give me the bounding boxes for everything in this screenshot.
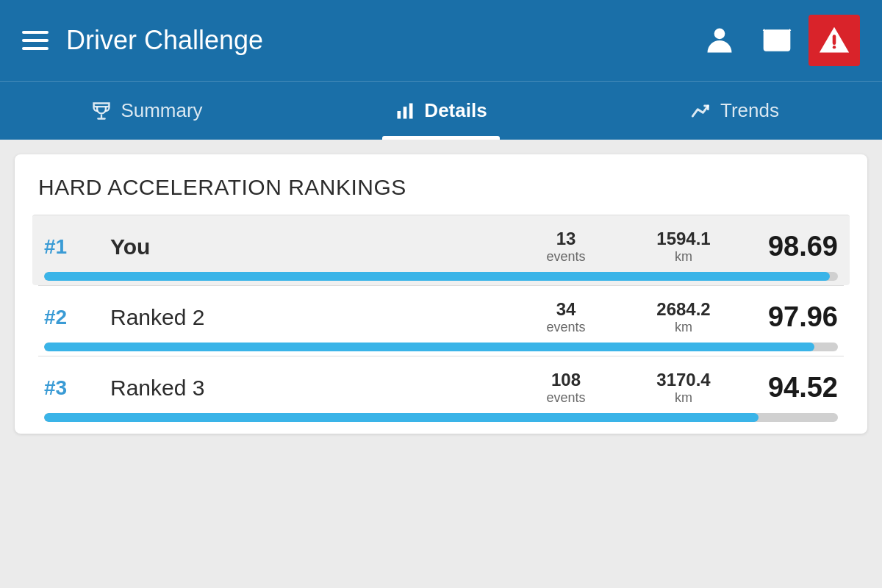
bar-chart-icon [395,101,415,121]
rank-2-events: 34 events [507,299,625,335]
menu-button[interactable] [22,31,49,50]
tab-trends-label: Trends [720,99,779,122]
page-title: Driver Challenge [66,25,694,56]
tab-trends[interactable]: Trends [588,82,882,140]
trophy-icon [91,101,112,121]
rank-1-score: 98.69 [742,231,838,262]
message-button[interactable] [751,15,803,66]
rank-2-name: Ranked 2 [110,305,507,330]
tab-summary-label: Summary [121,99,202,122]
tab-summary[interactable]: Summary [0,82,294,140]
svg-point-0 [714,29,725,40]
svg-rect-5 [409,103,413,118]
header: Driver Challenge [0,0,882,81]
rank-3-score: 94.52 [742,372,838,404]
profile-button[interactable] [694,15,745,66]
rank-2-progress-bar [44,343,838,351]
rank-1-name: You [110,234,507,259]
profile-icon [703,24,736,57]
ranking-item-2[interactable]: #2 Ranked 2 34 events 2684.2 km 97.96 [38,285,844,356]
ranking-list: #1 You 13 events 1594.1 km 98.69 [38,215,844,426]
rank-3-number: #3 [44,376,110,400]
rank-2-progress-fill [44,343,814,351]
rank-1-progress-fill [44,272,830,281]
ranking-item-3[interactable]: #3 Ranked 3 108 events 3170.4 km 94.52 [38,356,844,426]
alert-button[interactable] [808,15,860,66]
svg-rect-4 [404,107,407,118]
main-content: HARD ACCELERATION RANKINGS #1 You 13 eve… [0,140,882,588]
rank-3-events: 108 events [507,370,625,406]
rank-3-name: Ranked 3 [110,376,507,401]
rankings-card: HARD ACCELERATION RANKINGS #1 You 13 eve… [15,154,867,434]
rank-3-progress-fill [44,413,759,422]
rank-2-number: #2 [44,306,110,329]
alert-icon [818,24,850,57]
rank-1-number: #1 [44,235,110,259]
svg-point-2 [833,46,836,49]
svg-rect-3 [398,111,401,119]
tab-details-label: Details [424,99,487,122]
rank-2-score: 97.96 [742,301,838,333]
rank-3-progress-bar [44,413,838,422]
trend-icon [691,101,711,121]
nav-tabs: Summary Details Trends [0,81,882,140]
rank-3-km: 3170.4 km [625,370,742,406]
rank-1-events: 13 events [507,229,625,265]
rank-1-progress-bar [44,272,838,281]
tab-details[interactable]: Details [294,82,588,140]
rank-2-km: 2684.2 km [625,299,742,335]
card-title: HARD ACCELERATION RANKINGS [38,175,844,200]
header-icons [694,15,860,66]
rank-1-km: 1594.1 km [625,229,742,265]
message-icon [761,24,793,57]
ranking-item-1[interactable]: #1 You 13 events 1594.1 km 98.69 [32,215,850,285]
